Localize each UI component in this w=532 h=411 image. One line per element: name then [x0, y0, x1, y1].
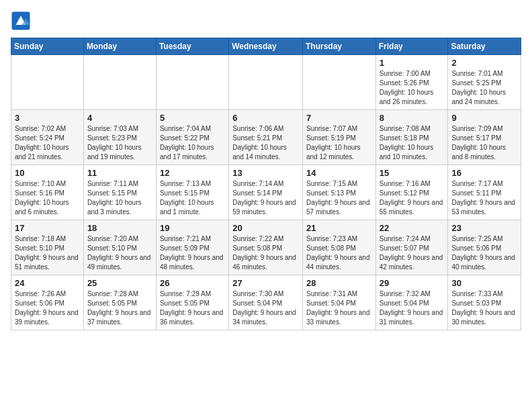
day-info: Sunrise: 7:23 AM Sunset: 5:08 PM Dayligh…	[306, 234, 372, 272]
day-info: Sunrise: 7:18 AM Sunset: 5:10 PM Dayligh…	[15, 234, 80, 272]
calendar-table: SundayMondayTuesdayWednesdayThursdayFrid…	[11, 38, 521, 330]
calendar-cell: 9Sunrise: 7:09 AM Sunset: 5:17 PM Daylig…	[448, 110, 521, 165]
day-number: 27	[232, 278, 299, 288]
weekday-header-tuesday: Tuesday	[156, 38, 228, 55]
day-number: 21	[306, 223, 372, 233]
day-number: 30	[451, 278, 517, 288]
day-info: Sunrise: 7:15 AM Sunset: 5:13 PM Dayligh…	[306, 179, 372, 217]
calendar-cell: 3Sunrise: 7:02 AM Sunset: 5:24 PM Daylig…	[11, 110, 84, 165]
calendar-cell: 19Sunrise: 7:21 AM Sunset: 5:09 PM Dayli…	[156, 220, 228, 275]
calendar-cell: 5Sunrise: 7:04 AM Sunset: 5:22 PM Daylig…	[156, 110, 228, 165]
calendar-cell: 15Sunrise: 7:16 AM Sunset: 5:12 PM Dayli…	[375, 165, 448, 220]
day-info: Sunrise: 7:07 AM Sunset: 5:19 PM Dayligh…	[306, 124, 372, 162]
week-row-3: 10Sunrise: 7:10 AM Sunset: 5:16 PM Dayli…	[11, 165, 521, 220]
day-number: 15	[380, 168, 445, 178]
calendar-cell: 13Sunrise: 7:14 AM Sunset: 5:14 PM Dayli…	[229, 165, 303, 220]
logo	[11, 11, 34, 31]
day-info: Sunrise: 7:00 AM Sunset: 5:26 PM Dayligh…	[380, 69, 445, 107]
calendar-cell: 11Sunrise: 7:11 AM Sunset: 5:15 PM Dayli…	[83, 165, 156, 220]
calendar-cell	[11, 55, 84, 110]
day-info: Sunrise: 7:17 AM Sunset: 5:11 PM Dayligh…	[451, 179, 517, 217]
weekday-header-friday: Friday	[375, 38, 448, 55]
calendar-cell: 28Sunrise: 7:31 AM Sunset: 5:04 PM Dayli…	[302, 275, 375, 330]
week-row-2: 3Sunrise: 7:02 AM Sunset: 5:24 PM Daylig…	[11, 110, 521, 165]
week-row-4: 17Sunrise: 7:18 AM Sunset: 5:10 PM Dayli…	[11, 220, 521, 275]
day-info: Sunrise: 7:08 AM Sunset: 5:18 PM Dayligh…	[380, 124, 445, 162]
calendar-cell: 10Sunrise: 7:10 AM Sunset: 5:16 PM Dayli…	[11, 165, 84, 220]
day-number: 26	[160, 278, 225, 288]
weekday-header-monday: Monday	[83, 38, 156, 55]
day-number: 9	[451, 113, 517, 123]
day-number: 13	[232, 168, 299, 178]
day-info: Sunrise: 7:20 AM Sunset: 5:10 PM Dayligh…	[87, 234, 152, 272]
weekday-header-saturday: Saturday	[448, 38, 521, 55]
day-number: 6	[232, 113, 299, 123]
week-row-1: 1Sunrise: 7:00 AM Sunset: 5:26 PM Daylig…	[11, 55, 521, 110]
weekday-header-row: SundayMondayTuesdayWednesdayThursdayFrid…	[11, 38, 521, 55]
day-number: 12	[160, 168, 225, 178]
day-info: Sunrise: 7:04 AM Sunset: 5:22 PM Dayligh…	[160, 124, 225, 162]
day-number: 29	[380, 278, 445, 288]
calendar-cell: 21Sunrise: 7:23 AM Sunset: 5:08 PM Dayli…	[302, 220, 375, 275]
day-number: 22	[380, 223, 445, 233]
calendar-cell	[229, 55, 303, 110]
day-number: 28	[306, 278, 372, 288]
calendar-cell: 24Sunrise: 7:26 AM Sunset: 5:06 PM Dayli…	[11, 275, 84, 330]
day-info: Sunrise: 7:16 AM Sunset: 5:12 PM Dayligh…	[380, 179, 445, 217]
day-number: 1	[380, 58, 445, 68]
calendar-cell: 8Sunrise: 7:08 AM Sunset: 5:18 PM Daylig…	[375, 110, 448, 165]
day-number: 2	[451, 58, 517, 68]
calendar-cell: 27Sunrise: 7:30 AM Sunset: 5:04 PM Dayli…	[229, 275, 303, 330]
day-number: 4	[87, 113, 152, 123]
calendar-cell	[156, 55, 228, 110]
calendar-cell: 7Sunrise: 7:07 AM Sunset: 5:19 PM Daylig…	[302, 110, 375, 165]
day-info: Sunrise: 7:22 AM Sunset: 5:08 PM Dayligh…	[232, 234, 299, 272]
day-info: Sunrise: 7:26 AM Sunset: 5:06 PM Dayligh…	[15, 289, 80, 327]
day-info: Sunrise: 7:02 AM Sunset: 5:24 PM Dayligh…	[15, 124, 80, 162]
calendar-cell: 25Sunrise: 7:28 AM Sunset: 5:05 PM Dayli…	[83, 275, 156, 330]
day-number: 16	[451, 168, 517, 178]
day-info: Sunrise: 7:03 AM Sunset: 5:23 PM Dayligh…	[87, 124, 152, 162]
day-info: Sunrise: 7:14 AM Sunset: 5:14 PM Dayligh…	[232, 179, 299, 217]
calendar-cell: 22Sunrise: 7:24 AM Sunset: 5:07 PM Dayli…	[375, 220, 448, 275]
header	[11, 11, 521, 31]
day-number: 18	[87, 223, 152, 233]
day-number: 14	[306, 168, 372, 178]
day-info: Sunrise: 7:30 AM Sunset: 5:04 PM Dayligh…	[232, 289, 299, 327]
day-number: 19	[160, 223, 225, 233]
day-info: Sunrise: 7:29 AM Sunset: 5:05 PM Dayligh…	[160, 289, 225, 327]
day-info: Sunrise: 7:28 AM Sunset: 5:05 PM Dayligh…	[87, 289, 152, 327]
day-info: Sunrise: 7:09 AM Sunset: 5:17 PM Dayligh…	[451, 124, 517, 162]
calendar-cell: 23Sunrise: 7:25 AM Sunset: 5:06 PM Dayli…	[448, 220, 521, 275]
calendar-cell	[83, 55, 156, 110]
calendar-cell: 29Sunrise: 7:32 AM Sunset: 5:04 PM Dayli…	[375, 275, 448, 330]
day-info: Sunrise: 7:13 AM Sunset: 5:15 PM Dayligh…	[160, 179, 225, 217]
calendar-cell: 30Sunrise: 7:33 AM Sunset: 5:03 PM Dayli…	[448, 275, 521, 330]
calendar-cell: 4Sunrise: 7:03 AM Sunset: 5:23 PM Daylig…	[83, 110, 156, 165]
day-info: Sunrise: 7:10 AM Sunset: 5:16 PM Dayligh…	[15, 179, 80, 217]
day-info: Sunrise: 7:21 AM Sunset: 5:09 PM Dayligh…	[160, 234, 225, 272]
day-number: 11	[87, 168, 152, 178]
calendar-cell: 12Sunrise: 7:13 AM Sunset: 5:15 PM Dayli…	[156, 165, 228, 220]
weekday-header-sunday: Sunday	[11, 38, 84, 55]
calendar-cell: 26Sunrise: 7:29 AM Sunset: 5:05 PM Dayli…	[156, 275, 228, 330]
calendar-cell: 16Sunrise: 7:17 AM Sunset: 5:11 PM Dayli…	[448, 165, 521, 220]
day-number: 25	[87, 278, 152, 288]
weekday-header-thursday: Thursday	[302, 38, 375, 55]
day-number: 8	[380, 113, 445, 123]
day-number: 24	[15, 278, 80, 288]
day-info: Sunrise: 7:31 AM Sunset: 5:04 PM Dayligh…	[306, 289, 372, 327]
day-number: 3	[15, 113, 80, 123]
day-number: 7	[306, 113, 372, 123]
logo-icon	[11, 11, 31, 31]
day-info: Sunrise: 7:32 AM Sunset: 5:04 PM Dayligh…	[380, 289, 445, 327]
day-info: Sunrise: 7:11 AM Sunset: 5:15 PM Dayligh…	[87, 179, 152, 217]
calendar-cell: 18Sunrise: 7:20 AM Sunset: 5:10 PM Dayli…	[83, 220, 156, 275]
day-info: Sunrise: 7:33 AM Sunset: 5:03 PM Dayligh…	[451, 289, 517, 327]
weekday-header-wednesday: Wednesday	[229, 38, 303, 55]
day-info: Sunrise: 7:24 AM Sunset: 5:07 PM Dayligh…	[380, 234, 445, 272]
day-number: 20	[232, 223, 299, 233]
day-number: 5	[160, 113, 225, 123]
day-info: Sunrise: 7:06 AM Sunset: 5:21 PM Dayligh…	[232, 124, 299, 162]
week-row-5: 24Sunrise: 7:26 AM Sunset: 5:06 PM Dayli…	[11, 275, 521, 330]
